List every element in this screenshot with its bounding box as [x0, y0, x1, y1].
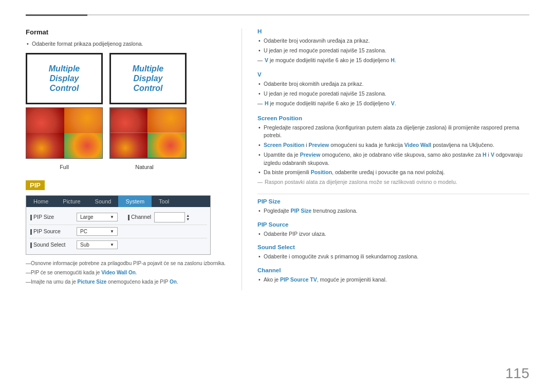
- h-label: H: [257, 28, 529, 34]
- format-label-full: Full: [26, 164, 103, 170]
- pip-note-1: Osnovne informacije potrebne za prilagod…: [26, 260, 226, 267]
- v-bullet-2: U jedan je red moguće poredati najviše 1…: [257, 90, 529, 98]
- pip-section: PIP Home Picture Sound System Tool: [26, 180, 226, 286]
- pip-note-3: Imajte na umu da je Picture Size onemogu…: [26, 278, 226, 286]
- pip-sound-arrow: ▼: [110, 242, 114, 247]
- sp-bullet-2: Screen Position i Preview omogućeni su k…: [257, 141, 529, 150]
- pip-source-select[interactable]: PC ▼: [77, 227, 118, 236]
- right-column: H Odaberite broj vodoravnih uređaja za p…: [242, 28, 529, 290]
- tab-tool[interactable]: Tool: [152, 196, 176, 207]
- flower-n3: [110, 133, 148, 158]
- channel-bullet: Ako je PIP Source TV, moguće je promijen…: [257, 276, 529, 284]
- pip-source-label: PIP Source: [30, 228, 77, 235]
- flower-n4: [148, 133, 186, 158]
- format-label-natural: Natural: [106, 164, 183, 170]
- tab-picture[interactable]: Picture: [55, 196, 87, 207]
- pip-size-value: Large: [80, 214, 94, 220]
- pip-row-source: PIP Source PC ▼: [29, 225, 207, 238]
- pip-badge: PIP: [26, 180, 45, 190]
- pip-source-arrow: ▼: [110, 229, 114, 234]
- channel-title: Channel: [257, 267, 529, 273]
- page-number: 115: [505, 365, 529, 382]
- mdc-text-1: MultipleDisplayControl: [49, 64, 80, 94]
- pip-size-label: PIP Size: [30, 214, 77, 220]
- pip-source-value: PC: [80, 229, 87, 234]
- format-cell-mdc1: MultipleDisplayControl: [26, 53, 103, 104]
- pip-channel-input[interactable]: [154, 212, 185, 222]
- tab-sound[interactable]: Sound: [88, 196, 119, 207]
- pip-source-title: PIP Source: [257, 221, 529, 228]
- flower-n2: [148, 108, 186, 133]
- sp-note: Raspon postavki alata za dijeljenje zasl…: [257, 178, 529, 186]
- pip-channel-arrows: ▲ ▼: [186, 214, 190, 221]
- pip-sound-value: Sub: [80, 242, 89, 248]
- pip-notes: Osnovne informacije potrebne za prilagod…: [26, 260, 226, 286]
- sp-bullet-3: Upamtite da je Preview omogućeno, ako je…: [257, 151, 529, 167]
- pip-box: Home Picture Sound System Tool PIP Size: [26, 195, 211, 255]
- pip-tabs: Home Picture Sound System Tool: [26, 196, 210, 207]
- screen-position-title: Screen Position: [257, 115, 529, 121]
- pip-size-bullet: Pogledajte PIP Size trenutnog zaslona.: [257, 207, 529, 215]
- channel-down-arrow[interactable]: ▼: [186, 217, 190, 221]
- v-bullet-1: Odaberite broj okomitih uređaja za prika…: [257, 80, 529, 88]
- format-photo-full: [26, 107, 103, 159]
- pip-rows: PIP Size Large ▼ Channel: [26, 207, 210, 254]
- pip-sound-label: Sound Select: [30, 241, 77, 248]
- pip-note-2: PIP će se onemogućiti kada je Video Wall…: [26, 269, 226, 276]
- h-note: V je moguće dodijeliti najviše 6 ako je …: [257, 57, 529, 65]
- pip-channel-label: Channel: [128, 214, 151, 220]
- tab-system[interactable]: System: [118, 196, 152, 207]
- pip-size-title: PIP Size: [257, 198, 529, 204]
- pip-source-section: PIP Source Odaberite PIP izvor ulaza.: [257, 221, 529, 238]
- format-cell-mdc2: MultipleDisplayControl: [109, 53, 187, 104]
- channel-section: Channel Ako je PIP Source TV, moguće je …: [257, 267, 529, 284]
- channel-up-arrow[interactable]: ▲: [186, 214, 190, 217]
- photo-natural-grid: [110, 108, 186, 158]
- pip-source-bullet: Odaberite PIP izvor ulaza.: [257, 230, 529, 238]
- flower-q4: [64, 133, 102, 158]
- format-photo-natural: [109, 107, 187, 159]
- h-section: H Odaberite broj vodoravnih uređaja za p…: [257, 28, 529, 64]
- pip-size-arrow: ▼: [110, 215, 114, 219]
- pip-row-sound: Sound Select Sub ▼: [29, 238, 207, 251]
- v-note: H je moguće dodijeliti najviše 6 ako je …: [257, 100, 529, 108]
- flower-n1: [110, 108, 148, 133]
- separator: [257, 194, 529, 194]
- sp-bullet-1: Pregledajte raspored zaslona (konfigurir…: [257, 124, 529, 140]
- sound-select-title: Sound Select: [257, 244, 529, 250]
- top-border-accent: [26, 14, 87, 16]
- sp-bullet-4: Da biste promijenili Position, odaberite…: [257, 169, 529, 177]
- pip-channel-container: Channel ▲ ▼: [128, 212, 190, 222]
- photo-full-grid: [26, 108, 102, 158]
- left-column: Format Odaberite format prikaza podijelj…: [26, 28, 242, 290]
- top-border: [26, 14, 529, 15]
- sound-select-bullet: Odaberite i omogućite zvuk s primarnog i…: [257, 253, 529, 261]
- pip-sound-select[interactable]: Sub ▼: [77, 240, 118, 249]
- sound-select-section: Sound Select Odaberite i omogućite zvuk …: [257, 244, 529, 261]
- pip-size-select[interactable]: Large ▼: [77, 213, 118, 221]
- h-bullet-1: Odaberite broj vodoravnih uređaja za pri…: [257, 37, 529, 45]
- flower-q3: [26, 133, 64, 158]
- tab-home[interactable]: Home: [26, 196, 55, 207]
- flower-q1: [26, 108, 64, 133]
- format-grid: MultipleDisplayControl MultipleDisplayCo…: [26, 53, 190, 159]
- v-section: V Odaberite broj okomitih uređaja za pri…: [257, 71, 529, 107]
- format-title: Format: [26, 28, 226, 36]
- format-bullet: Odaberite format prikaza podijeljenog za…: [26, 40, 226, 48]
- screen-position-section: Screen Position Pregledajte raspored zas…: [257, 115, 529, 186]
- h-bullet-2: U jedan je red moguće poredati najviše 1…: [257, 47, 529, 55]
- format-labels: Full Natural: [26, 164, 190, 170]
- pip-row-size: PIP Size Large ▼ Channel: [29, 210, 207, 225]
- v-label: V: [257, 71, 529, 78]
- pip-size-section: PIP Size Pogledajte PIP Size trenutnog z…: [257, 198, 529, 215]
- format-section: Format Odaberite format prikaza podijelj…: [26, 28, 226, 170]
- mdc-text-2: MultipleDisplayControl: [133, 64, 163, 94]
- flower-q2: [64, 108, 102, 133]
